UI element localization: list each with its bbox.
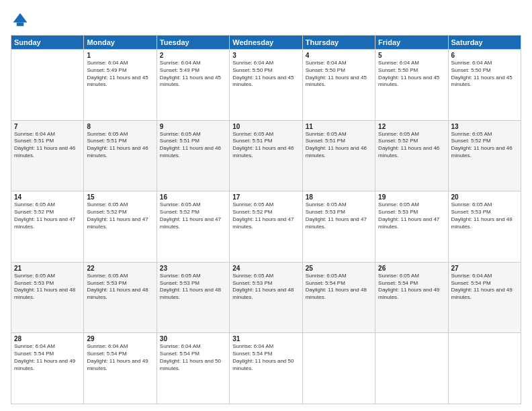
cell-info: Sunrise: 6:05 AMSunset: 5:52 PMDaylight:… xyxy=(87,201,153,230)
calendar-week-row: 21 Sunrise: 6:05 AMSunset: 5:53 PMDaylig… xyxy=(11,262,521,333)
cell-info: Sunrise: 6:04 AMSunset: 5:54 PMDaylight:… xyxy=(87,343,153,372)
cell-info: Sunrise: 6:05 AMSunset: 5:53 PMDaylight:… xyxy=(160,273,226,302)
calendar-cell xyxy=(448,333,521,404)
cell-info: Sunrise: 6:05 AMSunset: 5:51 PMDaylight:… xyxy=(160,131,226,160)
day-number: 5 xyxy=(378,52,445,59)
calendar-cell: 14 Sunrise: 6:05 AMSunset: 5:52 PMDaylig… xyxy=(11,191,84,263)
cell-info: Sunrise: 6:04 AMSunset: 5:54 PMDaylight:… xyxy=(232,343,299,372)
calendar-cell: 16 Sunrise: 6:05 AMSunset: 5:52 PMDaylig… xyxy=(157,191,229,263)
day-number: 30 xyxy=(160,335,226,342)
calendar-cell: 21 Sunrise: 6:05 AMSunset: 5:53 PMDaylig… xyxy=(11,262,84,333)
calendar-cell: 11 Sunrise: 6:05 AMSunset: 5:51 PMDaylig… xyxy=(302,120,375,191)
day-number: 21 xyxy=(14,265,81,272)
cell-info: Sunrise: 6:05 AMSunset: 5:53 PMDaylight:… xyxy=(87,273,153,302)
cell-info: Sunrise: 6:04 AMSunset: 5:50 PMDaylight:… xyxy=(378,60,445,89)
day-number: 1 xyxy=(87,52,153,59)
cell-info: Sunrise: 6:05 AMSunset: 5:52 PMDaylight:… xyxy=(378,131,445,160)
calendar-week-row: 28 Sunrise: 6:04 AMSunset: 5:54 PMDaylig… xyxy=(11,333,521,404)
svg-marker-0 xyxy=(13,13,28,23)
day-number: 20 xyxy=(451,193,518,201)
calendar-cell: 20 Sunrise: 6:05 AMSunset: 5:53 PMDaylig… xyxy=(448,191,521,263)
day-number: 26 xyxy=(378,265,445,272)
calendar-cell: 1 Sunrise: 6:04 AMSunset: 5:49 PMDayligh… xyxy=(84,50,157,121)
weekday-header: Thursday xyxy=(302,36,375,50)
day-number: 24 xyxy=(232,265,299,272)
page: SundayMondayTuesdayWednesdayThursdayFrid… xyxy=(0,0,532,411)
day-number: 31 xyxy=(232,335,299,342)
cell-info: Sunrise: 6:04 AMSunset: 5:54 PMDaylight:… xyxy=(14,343,81,372)
cell-info: Sunrise: 6:05 AMSunset: 5:52 PMDaylight:… xyxy=(160,201,226,230)
logo-icon xyxy=(11,11,30,30)
cell-info: Sunrise: 6:05 AMSunset: 5:53 PMDaylight:… xyxy=(14,273,81,302)
cell-info: Sunrise: 6:05 AMSunset: 5:51 PMDaylight:… xyxy=(87,131,153,160)
weekday-header: Sunday xyxy=(11,36,84,50)
day-number: 13 xyxy=(451,123,518,130)
day-number: 12 xyxy=(378,123,445,130)
calendar-cell xyxy=(11,50,84,121)
cell-info: Sunrise: 6:04 AMSunset: 5:50 PMDaylight:… xyxy=(306,60,372,89)
calendar-cell: 17 Sunrise: 6:05 AMSunset: 5:52 PMDaylig… xyxy=(230,191,302,263)
cell-info: Sunrise: 6:04 AMSunset: 5:54 PMDaylight:… xyxy=(160,343,226,372)
day-number: 11 xyxy=(306,123,372,130)
calendar-cell: 26 Sunrise: 6:05 AMSunset: 5:54 PMDaylig… xyxy=(375,262,448,333)
calendar-cell: 12 Sunrise: 6:05 AMSunset: 5:52 PMDaylig… xyxy=(375,120,448,191)
calendar-cell: 18 Sunrise: 6:05 AMSunset: 5:53 PMDaylig… xyxy=(302,191,375,263)
cell-info: Sunrise: 6:05 AMSunset: 5:53 PMDaylight:… xyxy=(378,201,445,230)
day-number: 17 xyxy=(232,193,299,201)
calendar-cell: 13 Sunrise: 6:05 AMSunset: 5:52 PMDaylig… xyxy=(448,120,521,191)
calendar-cell: 24 Sunrise: 6:05 AMSunset: 5:53 PMDaylig… xyxy=(230,262,302,333)
calendar-cell: 6 Sunrise: 6:04 AMSunset: 5:50 PMDayligh… xyxy=(448,50,521,121)
cell-info: Sunrise: 6:05 AMSunset: 5:51 PMDaylight:… xyxy=(232,131,299,160)
day-number: 19 xyxy=(378,193,445,201)
day-number: 4 xyxy=(306,52,372,59)
cell-info: Sunrise: 6:04 AMSunset: 5:50 PMDaylight:… xyxy=(451,60,518,89)
calendar-cell: 23 Sunrise: 6:05 AMSunset: 5:53 PMDaylig… xyxy=(157,262,229,333)
day-number: 10 xyxy=(232,123,299,130)
calendar-table: SundayMondayTuesdayWednesdayThursdayFrid… xyxy=(11,35,521,404)
day-number: 8 xyxy=(87,123,153,130)
day-number: 15 xyxy=(87,193,153,201)
logo xyxy=(11,11,32,30)
calendar-cell: 31 Sunrise: 6:04 AMSunset: 5:54 PMDaylig… xyxy=(230,333,302,404)
calendar-cell xyxy=(375,333,448,404)
weekday-header: Monday xyxy=(84,36,157,50)
cell-info: Sunrise: 6:04 AMSunset: 5:49 PMDaylight:… xyxy=(87,60,153,89)
calendar-header-row: SundayMondayTuesdayWednesdayThursdayFrid… xyxy=(11,36,521,50)
calendar-cell: 4 Sunrise: 6:04 AMSunset: 5:50 PMDayligh… xyxy=(302,50,375,121)
day-number: 25 xyxy=(306,265,372,272)
day-number: 29 xyxy=(87,335,153,342)
calendar-cell: 9 Sunrise: 6:05 AMSunset: 5:51 PMDayligh… xyxy=(157,120,229,191)
day-number: 23 xyxy=(160,265,226,272)
weekday-header: Tuesday xyxy=(157,36,229,50)
cell-info: Sunrise: 6:05 AMSunset: 5:52 PMDaylight:… xyxy=(451,131,518,160)
calendar-cell xyxy=(302,333,375,404)
cell-info: Sunrise: 6:04 AMSunset: 5:50 PMDaylight:… xyxy=(232,60,299,89)
day-number: 27 xyxy=(451,265,518,272)
cell-info: Sunrise: 6:05 AMSunset: 5:53 PMDaylight:… xyxy=(451,201,518,230)
calendar-cell: 7 Sunrise: 6:04 AMSunset: 5:51 PMDayligh… xyxy=(11,120,84,191)
calendar-cell: 5 Sunrise: 6:04 AMSunset: 5:50 PMDayligh… xyxy=(375,50,448,121)
cell-info: Sunrise: 6:05 AMSunset: 5:51 PMDaylight:… xyxy=(306,131,372,160)
svg-rect-1 xyxy=(17,23,24,26)
calendar-cell: 3 Sunrise: 6:04 AMSunset: 5:50 PMDayligh… xyxy=(230,50,302,121)
calendar-week-row: 1 Sunrise: 6:04 AMSunset: 5:49 PMDayligh… xyxy=(11,50,521,121)
day-number: 18 xyxy=(306,193,372,201)
day-number: 2 xyxy=(160,52,226,59)
cell-info: Sunrise: 6:05 AMSunset: 5:54 PMDaylight:… xyxy=(306,273,372,302)
calendar-cell: 28 Sunrise: 6:04 AMSunset: 5:54 PMDaylig… xyxy=(11,333,84,404)
day-number: 22 xyxy=(87,265,153,272)
day-number: 16 xyxy=(160,193,226,201)
cell-info: Sunrise: 6:05 AMSunset: 5:54 PMDaylight:… xyxy=(378,273,445,302)
day-number: 7 xyxy=(14,123,81,130)
day-number: 9 xyxy=(160,123,226,130)
calendar-cell: 2 Sunrise: 6:04 AMSunset: 5:49 PMDayligh… xyxy=(157,50,229,121)
day-number: 28 xyxy=(14,335,81,342)
weekday-header: Friday xyxy=(375,36,448,50)
calendar-cell: 10 Sunrise: 6:05 AMSunset: 5:51 PMDaylig… xyxy=(230,120,302,191)
cell-info: Sunrise: 6:04 AMSunset: 5:49 PMDaylight:… xyxy=(160,60,226,89)
cell-info: Sunrise: 6:04 AMSunset: 5:54 PMDaylight:… xyxy=(451,273,518,302)
cell-info: Sunrise: 6:05 AMSunset: 5:52 PMDaylight:… xyxy=(232,201,299,230)
header xyxy=(11,11,521,30)
cell-info: Sunrise: 6:05 AMSunset: 5:53 PMDaylight:… xyxy=(306,201,372,230)
weekday-header: Wednesday xyxy=(230,36,302,50)
